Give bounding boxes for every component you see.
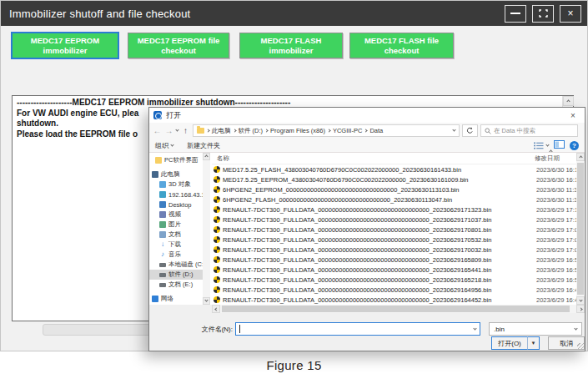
scroll-down-arrow-icon[interactable]: [576, 296, 585, 305]
medc17-eeprom-file-checkout-button[interactable]: MEDC17 EEPROM file checkout: [128, 33, 229, 58]
file-row[interactable]: RENAULT-7DCT300_FULLDATA_000000000000000…: [212, 275, 576, 285]
sidebar-item[interactable]: 图片: [149, 220, 203, 230]
bin-file-icon: [214, 296, 220, 303]
sidebar-item[interactable]: ♪音乐: [149, 250, 203, 260]
sidebar-item[interactable]: PC软件界面: [149, 155, 203, 165]
minimize-button[interactable]: [505, 5, 526, 23]
network-icon: [152, 296, 158, 302]
medc17-flash-file-checkout-button[interactable]: MEDC17 FLASH file checkout: [349, 33, 454, 58]
folder-icon: [197, 128, 204, 134]
sidebar-item[interactable]: 本地磁盘 (C:): [149, 260, 203, 270]
scroll-right-arrow-icon[interactable]: [576, 305, 585, 313]
medc17-flash-immobilizer-button[interactable]: MEDC17 FLASH immobilizer: [239, 33, 343, 58]
breadcrumb[interactable]: 此电脑软件 (D:)Program Files (x86)YCGIII-PCDa…: [193, 124, 460, 137]
filetype-select[interactable]: .bin: [489, 322, 582, 336]
scroll-up-arrow-icon[interactable]: [563, 96, 574, 106]
resize-grip-icon[interactable]: [577, 343, 584, 350]
file-row[interactable]: RENAULT-7DCT300_FULLDATA_000000000000000…: [212, 225, 576, 235]
close-button[interactable]: ×: [560, 5, 581, 23]
sidebar-item[interactable]: 网络: [149, 294, 203, 304]
scrollbar-thumb[interactable]: [222, 306, 570, 312]
file-date: 2023/6/29 16:4: [536, 286, 576, 294]
scroll-left-arrow-icon[interactable]: [212, 305, 220, 313]
sidebar-item[interactable]: 软件 (D:): [149, 270, 203, 280]
sidebar-item[interactable]: 视频: [149, 210, 203, 220]
file-row[interactable]: RENAULT-7DCT300_FULLDATA_000000000000000…: [212, 295, 576, 305]
new-folder-button[interactable]: 新建文件夹: [187, 141, 220, 150]
scrollbar-thumb[interactable]: [577, 163, 584, 295]
3d-objects-icon: [159, 181, 166, 188]
scroll-down-arrow-icon[interactable]: [203, 297, 210, 305]
sidebar-item[interactable]: ↓下载: [149, 240, 203, 250]
chevron-right-icon: [364, 129, 368, 132]
file-row[interactable]: MED17.5.25_FLASH_438003040760D6790C0C002…: [212, 164, 576, 174]
file-name: RENAULT-7DCT300_FULLDATA_000000000000000…: [223, 256, 534, 264]
filename-label: 文件名(N):: [149, 325, 233, 334]
file-date: 2023/6/29 17:0: [536, 226, 576, 234]
medc17-eeprom-immobilizer-button[interactable]: MEDC17 EEPROM immobilizer: [12, 33, 118, 58]
file-name: RENAULT-7DCT300_FULLDATA_000000000000000…: [223, 236, 534, 244]
horizontal-scrollbar[interactable]: [212, 305, 585, 313]
file-row[interactable]: 6HPGEN2_EEPROM_0000000000000000000000000…: [212, 184, 576, 195]
desktop-icon: [159, 201, 166, 208]
search-input[interactable]: 在 Data 中搜索: [480, 124, 578, 137]
sidebar-item[interactable]: 192.168.43.187: [149, 190, 203, 200]
file-row[interactable]: RENAULT-7DCT300_FULLDATA_000000000000000…: [212, 245, 576, 255]
file-date: 2023/6/29 16:4: [536, 296, 576, 304]
help-button[interactable]: ?: [570, 141, 579, 150]
button-label-line1: MEDC17 FLASH file: [350, 36, 453, 46]
maximize-button[interactable]: [532, 5, 554, 23]
sidebar-scrollbar[interactable]: [203, 153, 210, 305]
sidebar-item[interactable]: 3D 对象: [149, 179, 203, 190]
breadcrumb-segment[interactable]: Program Files (x86): [270, 127, 325, 134]
up-button[interactable]: ↑: [181, 127, 190, 135]
filetype-value: .bin: [494, 326, 505, 333]
file-date: 2023/6/30 11:3: [536, 196, 576, 204]
preview-pane-button[interactable]: [554, 140, 565, 150]
sidebar-item[interactable]: 文档 (E:): [149, 280, 203, 290]
breadcrumb-dropdown-icon[interactable]: [452, 128, 455, 131]
filename-input[interactable]: [235, 322, 480, 336]
file-row[interactable]: RENAULT-7DCT300_FULLDATA_000000000000000…: [212, 235, 576, 245]
breadcrumb-segment[interactable]: 软件 (D:): [239, 127, 264, 135]
file-list-area: 名称 修改日期 MED17.5.25_FLASH_438003040760D67…: [212, 153, 585, 305]
column-header-name[interactable]: 名称: [217, 154, 535, 163]
sidebar-item[interactable]: Desktop: [149, 200, 203, 210]
file-row[interactable]: 6HPGEN2_FLASH_00000000000000000000000000…: [212, 195, 576, 205]
open-button-dropdown[interactable]: ▼: [527, 336, 540, 350]
breadcrumb-segment[interactable]: 此电脑: [212, 127, 231, 135]
column-header-date[interactable]: 修改日期: [535, 154, 576, 163]
file-row[interactable]: MED17.5.25_EEPROM_438003040760D6790C0C00…: [212, 174, 576, 184]
dialog-close-button[interactable]: ×: [565, 111, 580, 120]
organize-menu[interactable]: 组织: [155, 141, 173, 150]
file-row[interactable]: RENAULT-7DCT300_FULLDATA_000000000000000…: [212, 215, 576, 225]
new-folder-label: 新建文件夹: [187, 141, 220, 150]
close-icon: ×: [567, 8, 573, 18]
bin-file-icon: [214, 226, 220, 233]
sidebar-item[interactable]: 此电脑: [149, 169, 203, 179]
forward-button[interactable]: →: [164, 127, 173, 135]
sidebar-item-label: 网络: [161, 295, 173, 303]
refresh-button[interactable]: [462, 124, 478, 137]
text-caret: [239, 325, 240, 333]
breadcrumb-items: 此电脑软件 (D:)Program Files (x86)YCGIII-PCDa…: [207, 127, 383, 135]
file-name: RENAULT-7DCT300_FULLDATA_000000000000000…: [223, 266, 534, 274]
sidebar-item-label: 文档: [168, 230, 181, 239]
scroll-up-arrow-icon[interactable]: [576, 153, 585, 161]
sidebar-item[interactable]: 文档: [149, 230, 203, 240]
breadcrumb-segment[interactable]: Data: [369, 127, 383, 134]
open-button[interactable]: 打开(O): [491, 336, 528, 350]
file-row[interactable]: RENAULT-7DCT300_FULLDATA_000000000000000…: [212, 255, 576, 265]
file-list-scrollbar[interactable]: [576, 153, 585, 305]
disk-icon: [159, 283, 166, 287]
file-date: 2023/6/29 17:0: [536, 236, 576, 244]
chevron-down-icon[interactable]: [473, 326, 476, 330]
scroll-up-arrow-icon[interactable]: [203, 153, 210, 160]
file-row[interactable]: RENAULT-7DCT300_FULLDATA_000000000000000…: [212, 265, 576, 275]
back-button[interactable]: ←: [153, 127, 162, 135]
file-row[interactable]: RENAULT-7DCT300_FULLDATA_000000000000000…: [212, 285, 576, 295]
view-mode-button[interactable]: [534, 142, 549, 149]
file-row[interactable]: RENAULT-7DCT300_FULLDATA_000000000000000…: [212, 205, 576, 215]
recent-locations-icon[interactable]: [175, 128, 178, 131]
breadcrumb-segment[interactable]: YCGIII-PC: [333, 127, 362, 134]
